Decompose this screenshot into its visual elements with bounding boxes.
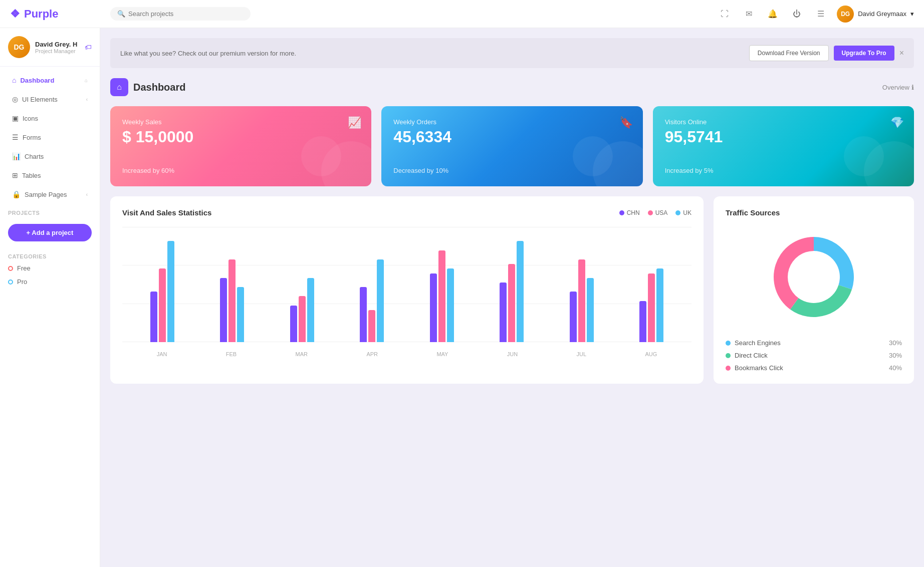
bookmark-icon: 🏷 bbox=[85, 43, 92, 51]
bar-chart-bars bbox=[122, 227, 691, 342]
month-label: FEB bbox=[226, 351, 237, 357]
bar-uk bbox=[517, 241, 524, 342]
category-label: Free bbox=[17, 264, 31, 272]
bar-uk bbox=[447, 268, 454, 342]
table-icon: ⊞ bbox=[12, 171, 18, 179]
sidebar: DG David Grey. H Project Manager 🏷 ⌂ Das… bbox=[0, 28, 100, 567]
bar-group bbox=[500, 241, 524, 342]
traffic-label: Bookmarks Click bbox=[735, 364, 783, 372]
stat-change: Increased by 60% bbox=[122, 167, 359, 174]
download-free-button[interactable]: Download Free Version bbox=[749, 45, 829, 61]
overview-link[interactable]: Overview ℹ bbox=[882, 84, 914, 91]
month-label: MAY bbox=[436, 351, 448, 357]
usa-dot-icon bbox=[648, 210, 653, 215]
search-icon: 🔍 bbox=[117, 10, 125, 18]
chart-icon: 📊 bbox=[12, 152, 21, 160]
bar-group bbox=[150, 241, 174, 342]
sidebar-item-label: Charts bbox=[25, 153, 44, 160]
grid-icon: ▣ bbox=[12, 114, 19, 122]
bar-chn bbox=[360, 287, 367, 342]
power-icon[interactable]: ⏻ bbox=[789, 6, 805, 22]
page-title: Dashboard bbox=[133, 82, 185, 93]
category-pro[interactable]: Pro bbox=[0, 275, 100, 289]
donut-segment bbox=[774, 237, 814, 310]
free-dot-icon bbox=[8, 266, 13, 271]
sidebar-item-label: Sample Pages bbox=[25, 191, 67, 198]
uk-dot-icon bbox=[675, 210, 680, 215]
donut-chart bbox=[764, 227, 864, 327]
stat-label: Weekly Sales bbox=[122, 118, 359, 126]
legend-label: USA bbox=[655, 209, 668, 216]
traffic-dot-icon bbox=[726, 366, 731, 371]
bar-group bbox=[290, 278, 314, 342]
projects-label: Projects bbox=[0, 204, 100, 218]
overview-label: Overview bbox=[882, 84, 909, 91]
pro-dot-icon bbox=[8, 279, 13, 285]
donut-segment bbox=[814, 237, 854, 290]
sidebar-item-forms[interactable]: ☰ Forms bbox=[4, 128, 96, 146]
mail-icon[interactable]: ✉ bbox=[741, 6, 757, 22]
stat-card-orders: 🔖 Weekly Orders 45,6334 Decreased by 10% bbox=[381, 106, 642, 186]
chart-title: Visit And Sales Statistics bbox=[122, 208, 211, 217]
bar-chn bbox=[639, 301, 646, 343]
month-label: JAN bbox=[157, 351, 167, 357]
home-icon: ⌂ bbox=[12, 76, 16, 84]
arrow-icon: ‹ bbox=[86, 192, 88, 197]
user-role: Project Manager bbox=[35, 48, 80, 54]
chart-header: Visit And Sales Statistics CHN USA UK bbox=[122, 208, 691, 217]
sidebar-item-charts[interactable]: 📊 Charts bbox=[4, 147, 96, 165]
chevron-down-icon: ▾ bbox=[910, 10, 914, 18]
sidebar-item-tables[interactable]: ⊞ Tables bbox=[4, 166, 96, 184]
bar-uk bbox=[307, 278, 314, 342]
month-label: MAR bbox=[296, 351, 308, 357]
form-icon: ☰ bbox=[12, 133, 19, 141]
main-layout: DG David Grey. H Project Manager 🏷 ⌂ Das… bbox=[0, 28, 924, 567]
bar-usa bbox=[578, 259, 585, 342]
legend-left: Direct Click bbox=[726, 352, 768, 359]
legend-usa: USA bbox=[648, 209, 668, 216]
search-input[interactable] bbox=[128, 10, 244, 18]
bar-usa bbox=[648, 273, 655, 343]
bottom-section: Visit And Sales Statistics CHN USA UK bbox=[110, 196, 914, 384]
legend-label: CHN bbox=[627, 209, 640, 216]
arrow-icon: ⌂ bbox=[85, 78, 88, 83]
expand-icon[interactable]: ⛶ bbox=[717, 6, 733, 22]
traffic-label: Direct Click bbox=[735, 352, 768, 359]
donut-wrap bbox=[726, 227, 902, 327]
sidebar-item-label: Forms bbox=[23, 134, 41, 141]
bar-uk bbox=[167, 241, 174, 342]
add-project-button[interactable]: + Add a project bbox=[8, 224, 92, 241]
chart-legend: CHN USA UK bbox=[619, 209, 691, 216]
arrow-icon: ‹ bbox=[86, 97, 88, 102]
sidebar-item-sample-pages[interactable]: 🔒 Sample Pages ‹ bbox=[4, 185, 96, 203]
top-navbar: ❖ Purple 🔍 ⛶ ✉ 🔔 ⏻ ☰ DG David Greymaax ▾ bbox=[0, 0, 924, 28]
month-label: JUL bbox=[577, 351, 587, 357]
menu-icon[interactable]: ☰ bbox=[813, 6, 829, 22]
sidebar-item-icons[interactable]: ▣ Icons bbox=[4, 109, 96, 127]
bar-group bbox=[430, 250, 454, 342]
category-label: Pro bbox=[17, 278, 27, 286]
bar-usa bbox=[508, 264, 515, 342]
logo-icon: ❖ bbox=[10, 8, 20, 21]
sidebar-user: DG David Grey. H Project Manager 🏷 bbox=[0, 36, 100, 67]
upgrade-pro-button[interactable]: Upgrade To Pro bbox=[834, 46, 894, 61]
search-bar[interactable]: 🔍 bbox=[110, 7, 251, 21]
bell-icon[interactable]: 🔔 bbox=[765, 6, 781, 22]
user-name: David Grey. H bbox=[35, 41, 80, 48]
stat-label: Visitors Online bbox=[665, 118, 902, 126]
bar-chn bbox=[150, 292, 157, 342]
traffic-legend: Search Engines30%Direct Click30%Bookmark… bbox=[726, 339, 902, 372]
user-menu[interactable]: DG David Greymaax ▾ bbox=[837, 6, 914, 23]
close-button[interactable]: × bbox=[899, 49, 904, 58]
stat-change: Decreased by 10% bbox=[393, 167, 630, 174]
category-free[interactable]: Free bbox=[0, 261, 100, 275]
legend-left: Bookmarks Click bbox=[726, 364, 783, 372]
sidebar-item-ui-elements[interactable]: ◎ UI Elements ‹ bbox=[4, 90, 96, 108]
traffic-card: Traffic Sources Search Engines30%Direct … bbox=[714, 196, 914, 384]
month-label: AUG bbox=[645, 351, 657, 357]
bar-chart-area: JANFEBMARAPRMAYJUNJULAUG bbox=[122, 227, 691, 357]
bar-group bbox=[360, 259, 384, 342]
sidebar-item-dashboard[interactable]: ⌂ Dashboard ⌂ bbox=[4, 71, 96, 89]
promo-banner: Like what you see? Check out our premium… bbox=[110, 38, 914, 68]
banner-text: Like what you see? Check out our premium… bbox=[120, 50, 296, 57]
